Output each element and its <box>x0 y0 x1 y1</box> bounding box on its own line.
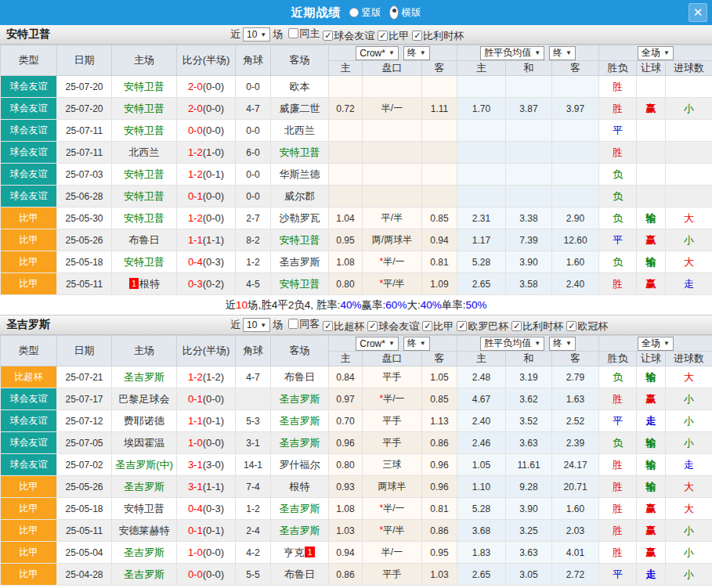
league-filter-checkbox[interactable]: ✓ 球会友谊 <box>367 319 419 334</box>
home-team-link[interactable]: 布鲁日 <box>112 229 177 251</box>
away-team-link[interactable]: 欧本 <box>271 76 329 98</box>
checkbox-icon[interactable]: ✓ <box>367 321 378 331</box>
radio-horizontal-icon[interactable] <box>389 5 399 20</box>
home-team-link[interactable]: 埃因霍温 <box>112 432 177 454</box>
home-team-link[interactable]: 圣吉罗斯(中) <box>112 454 177 476</box>
col-away: 客场 <box>271 336 329 366</box>
home-team-link[interactable]: 安特卫普 <box>112 207 177 229</box>
avg-draw-odds: 3.19 <box>506 366 552 388</box>
company-select[interactable]: Crow*▼ <box>356 46 399 60</box>
checkbox-icon[interactable]: ✓ <box>566 321 576 331</box>
home-team-link[interactable]: 安特卫普 <box>112 186 177 207</box>
home-team-link[interactable]: 圣吉罗斯 <box>112 564 177 586</box>
away-team-link[interactable]: 罗什福尔 <box>271 454 329 476</box>
col-asian-away: 客 <box>422 352 457 366</box>
checkbox-icon[interactable]: ✓ <box>457 321 467 331</box>
away-team-link[interactable]: 圣吉罗斯 <box>271 432 329 454</box>
checkbox-icon[interactable]: ✓ <box>422 321 432 331</box>
asian-final-select[interactable]: 终▼ <box>403 46 430 60</box>
full-match-select[interactable]: 全场▼ <box>638 46 674 60</box>
home-team-link[interactable]: 安特卫普 <box>112 98 177 120</box>
company-select[interactable]: Crow*▼ <box>356 337 399 351</box>
dropdown-arrow-icon: ▼ <box>420 340 426 347</box>
result-goals: 小 <box>666 564 712 586</box>
recent-count-select[interactable]: 10 ▼ <box>243 318 270 332</box>
away-team-link[interactable]: 圣吉罗斯 <box>271 410 329 432</box>
home-team-link[interactable]: 安特卫普 <box>112 498 177 520</box>
league-filter-checkbox[interactable]: ✓ 比利时杯 <box>511 319 563 334</box>
league-filter-checkbox[interactable]: 同主 <box>288 27 320 41</box>
league-filter-checkbox[interactable]: ✓ 比甲 <box>422 319 454 334</box>
away-team-link[interactable]: 威廉二世 <box>271 98 329 120</box>
asian-final-select[interactable]: 终▼ <box>403 337 430 351</box>
close-button[interactable]: ✕ <box>689 3 707 22</box>
home-team-link[interactable]: 圣吉罗斯 <box>112 476 177 498</box>
away-team-link[interactable]: 威尔郡 <box>271 186 329 207</box>
radio-vertical-icon[interactable] <box>349 8 359 17</box>
league-filter-checkbox[interactable]: ✓ 欧冠杯 <box>566 319 608 334</box>
avg-away-odds: 1.60 <box>552 498 599 520</box>
checkbox-icon[interactable] <box>288 319 298 329</box>
away-team-link[interactable]: 华斯兰德 <box>271 164 329 186</box>
away-team-link[interactable]: 北西兰 <box>271 120 329 142</box>
home-team-link[interactable]: 安特卫普 <box>112 120 177 142</box>
away-team-link[interactable]: 安特卫普 <box>271 142 329 164</box>
away-team-link[interactable]: 圣吉罗斯 <box>271 498 329 520</box>
checkbox-icon[interactable]: ✓ <box>511 321 522 331</box>
layout-option-horizontal[interactable]: 横版 <box>389 5 421 20</box>
league-filter-checkbox[interactable]: 同客 <box>288 317 320 331</box>
avg-home-odds <box>457 186 506 207</box>
result-wdl: 胜 <box>599 476 637 498</box>
checkbox-icon[interactable] <box>288 28 298 38</box>
away-team-link[interactable]: 安特卫普 <box>271 273 329 295</box>
result-goals: 小 <box>666 98 712 120</box>
result-wdl: 平 <box>599 410 637 432</box>
col-corner: 角球 <box>236 336 271 366</box>
checkbox-icon[interactable]: ✓ <box>323 321 333 331</box>
euro-final-select[interactable]: 终▼ <box>549 337 576 351</box>
league-filter-checkbox[interactable]: ✓ 比甲 <box>378 29 409 43</box>
league-filter-checkbox[interactable]: ✓ 欧罗巴杯 <box>457 319 508 334</box>
away-team-link[interactable]: 圣吉罗斯 <box>271 520 329 542</box>
fulltime-score: 0-1 <box>188 190 203 202</box>
league-filter-checkbox[interactable]: ✓ 球会友谊 <box>323 29 374 43</box>
match-date: 25-05-26 <box>57 476 112 498</box>
layout-option-vertical[interactable]: 竖版 <box>349 6 381 20</box>
checkbox-icon[interactable]: ✓ <box>323 31 333 41</box>
result-handicap: 赢 <box>637 498 666 520</box>
titlebar: 近期战绩 竖版 横版 ✕ <box>0 0 712 25</box>
match-score: 0-0(0-0) <box>177 120 236 142</box>
match-score: 3-1(1-1) <box>177 476 236 498</box>
league-filter-checkbox[interactable]: ✓ 比利时杯 <box>412 29 464 43</box>
away-team-link[interactable]: 圣吉罗斯 <box>271 388 329 410</box>
euro-final-select[interactable]: 终▼ <box>549 46 576 60</box>
home-team-link[interactable]: 安特卫普 <box>112 164 177 186</box>
away-team-link[interactable]: 圣吉罗斯 <box>271 251 329 273</box>
home-team-link[interactable]: 圣吉罗斯 <box>112 366 177 388</box>
home-team-link[interactable]: 巴黎足球会 <box>112 388 177 410</box>
result-handicap: 赢 <box>637 520 666 542</box>
average-select[interactable]: 胜平负均值▼ <box>480 337 544 351</box>
match-score: 1-2(1-0) <box>177 142 236 164</box>
checkbox-icon[interactable]: ✓ <box>378 31 388 41</box>
home-team-link[interactable]: 安德莱赫特 <box>112 520 177 542</box>
handicap-line <box>363 76 422 98</box>
home-team-link[interactable]: 安特卫普 <box>112 251 177 273</box>
home-team-link[interactable]: 北西兰 <box>112 142 177 164</box>
away-team-link[interactable]: 沙勒罗瓦 <box>271 207 329 229</box>
full-match-select[interactable]: 全场▼ <box>638 337 674 351</box>
away-team-link[interactable]: 根特 <box>271 476 329 498</box>
league-filter-checkbox[interactable]: ✓ 比超杯 <box>323 319 364 334</box>
average-select[interactable]: 胜平负均值▼ <box>480 46 544 60</box>
handicap-home-odds: 0.94 <box>329 542 363 564</box>
home-team-link[interactable]: 安特卫普 <box>112 76 177 98</box>
recent-count-select[interactable]: 10 ▼ <box>243 27 270 41</box>
home-team-link[interactable]: 费耶诺德 <box>112 410 177 432</box>
checkbox-icon[interactable]: ✓ <box>412 31 422 41</box>
away-team-link[interactable]: 亨克1 <box>271 542 329 564</box>
away-team-link[interactable]: 布鲁日 <box>271 564 329 586</box>
away-team-link[interactable]: 安特卫普 <box>271 229 329 251</box>
away-team-link[interactable]: 布鲁日 <box>271 366 329 388</box>
home-team-link[interactable]: 1根特 <box>112 273 177 295</box>
home-team-link[interactable]: 圣吉罗斯 <box>112 542 177 564</box>
